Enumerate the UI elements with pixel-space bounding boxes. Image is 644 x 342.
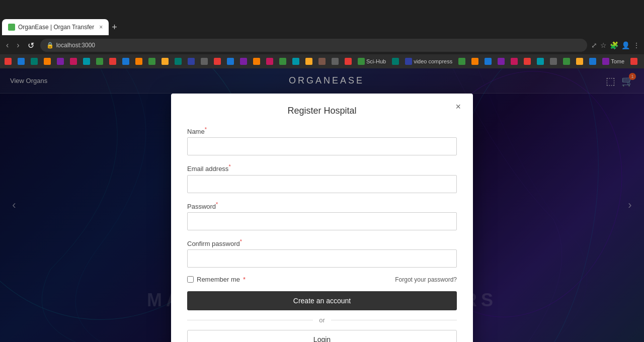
forward-button[interactable]: › [15,39,21,52]
modal-close-button[interactable]: × [455,102,461,112]
bookmark-item[interactable]: video compress [403,57,455,66]
app-area: View Organs ORGANEASE ⬚ 🛒 1 ‹ › MAKING O… [0,68,644,342]
address-bar-actions: ⤢ ☆ 🧩 👤 ⋮ [591,41,640,49]
bookmark-tome[interactable]: Tome [600,57,627,66]
tab-bar: OrganEase | Organ Transfer × + [0,18,644,36]
modal-overlay: Register Hospital × Name* Email address* [0,68,644,342]
bookmark-item[interactable] [456,57,468,66]
bookmark-item[interactable] [482,57,494,66]
bookmark-item[interactable] [54,57,66,66]
bookmark-item[interactable] [185,57,197,66]
bookmark-item[interactable] [521,57,533,66]
bookmark-item[interactable] [547,57,559,66]
bookmark-item[interactable] [211,57,223,66]
tab-close-button[interactable]: × [99,24,103,31]
bookmark-item[interactable] [628,57,640,66]
new-tab-button[interactable]: + [112,22,117,33]
name-input[interactable] [187,137,457,155]
remember-forgot-row: Remember me* Forgot your password? [187,276,457,283]
divider-text: or [319,316,325,324]
password-input[interactable] [187,212,457,230]
modal-header: Register Hospital × [187,106,457,116]
bookmark-item[interactable] [41,57,53,66]
profile-icon[interactable]: 👤 [621,41,630,49]
bookmark-item[interactable] [560,57,573,66]
bookmark-item[interactable] [28,57,40,66]
bookmark-item[interactable] [251,57,263,66]
bookmark-item[interactable] [389,57,401,66]
confirm-password-input[interactable] [187,249,457,268]
email-label: Email address* [187,163,457,173]
tab-title: OrganEase | Organ Transfer [18,24,94,31]
confirm-password-field-group: Confirm password* [187,238,457,268]
bookmark-item[interactable] [146,57,158,66]
bookmark-item[interactable] [316,57,328,66]
tab-favicon [8,24,15,31]
bookmark-item[interactable] [342,57,354,66]
login-button[interactable]: Login [187,330,457,342]
reload-button[interactable]: ↺ [26,39,36,52]
bookmarks-bar: Sci-Hub video compress Tome ⭐ Imported [0,54,644,68]
bookmark-item[interactable]: Sci-Hub [355,57,388,66]
bookmark-item[interactable] [2,57,14,66]
bookmark-item[interactable] [290,57,302,66]
remember-me-label[interactable]: Remember me* [187,276,246,283]
url-bar[interactable]: 🔒 localhost:3000 [40,39,587,52]
divider-line-left [187,320,313,320]
address-bar: ‹ › ↺ 🔒 localhost:3000 ⤢ ☆ 🧩 👤 ⋮ [0,36,644,54]
back-button[interactable]: ‹ [4,39,11,52]
email-field-group: Email address* [187,163,457,193]
bookmark-item[interactable] [508,57,520,66]
bookmark-item[interactable] [303,57,315,66]
name-label: Name* [187,126,457,135]
bookmark-item[interactable] [172,57,184,66]
bookmark-item[interactable] [159,57,171,66]
bookmark-item[interactable] [277,57,289,66]
password-label: Password* [187,201,457,210]
browser-chrome: OrganEase | Organ Transfer × + ‹ › ↺ 🔒 l… [0,0,644,68]
bookmark-item[interactable] [198,57,210,66]
bookmark-item[interactable] [120,57,132,66]
bookmark-item[interactable] [587,57,599,66]
divider: or [187,316,457,324]
name-field-group: Name* [187,126,457,155]
divider-line-right [331,320,457,320]
url-text: localhost:3000 [56,42,95,49]
extensions-icon[interactable]: 🧩 [610,41,618,49]
bookmark-imported[interactable]: ⭐ Imported [641,57,644,66]
bookmark-item[interactable] [237,57,250,66]
title-bar [0,0,644,18]
bookmark-item[interactable] [329,57,341,66]
bookmark-item[interactable] [469,57,481,66]
bookmark-item[interactable] [80,57,93,66]
bookmark-item[interactable] [107,57,119,66]
password-field-group: Password* [187,201,457,230]
create-account-button[interactable]: Create an account [187,291,457,310]
bookmark-item[interactable] [67,57,79,66]
remember-me-checkbox[interactable] [187,276,194,283]
menu-icon[interactable]: ⋮ [633,41,640,49]
bookmark-item[interactable] [133,57,145,66]
active-tab[interactable]: OrganEase | Organ Transfer × [2,19,109,35]
bookmark-item[interactable] [224,57,236,66]
secure-icon: 🔒 [46,42,53,49]
modal-title: Register Hospital [287,106,356,116]
bookmark-item[interactable] [574,57,586,66]
bookmark-item[interactable] [534,57,546,66]
bookmark-item[interactable] [495,57,507,66]
bookmark-item[interactable] [94,57,106,66]
email-input[interactable] [187,175,457,193]
screenshot-icon[interactable]: ⤢ [591,41,597,49]
confirm-password-label: Confirm password* [187,238,457,247]
bookmark-item[interactable] [264,57,276,66]
forgot-password-link[interactable]: Forgot your password? [395,276,457,283]
bookmark-item[interactable] [15,57,27,66]
bookmark-icon[interactable]: ☆ [600,41,607,49]
register-modal: Register Hospital × Name* Email address* [171,94,473,342]
